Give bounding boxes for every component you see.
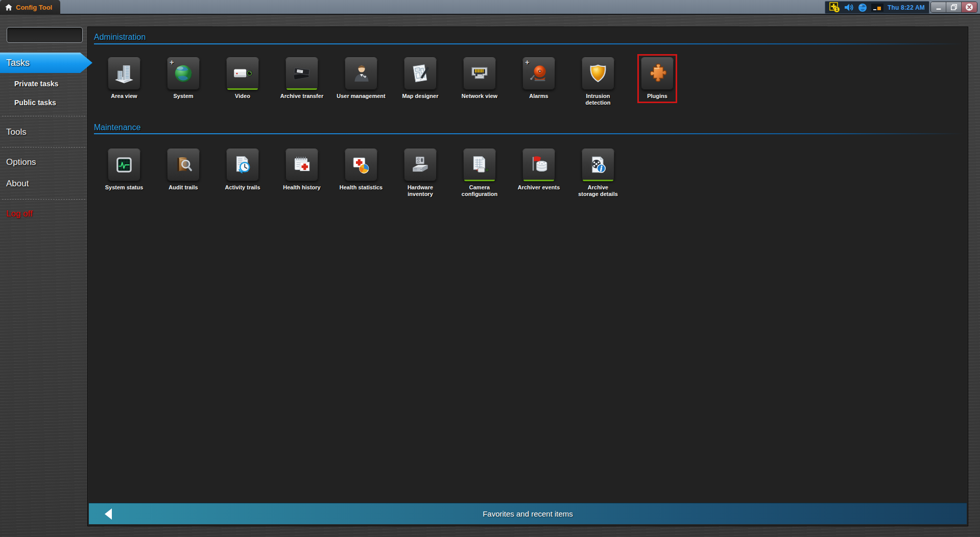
video-unit-strip xyxy=(286,88,317,90)
tile-label: Map designer xyxy=(402,93,439,100)
maintenance-tile-row: System status Audit trails Act xyxy=(94,149,628,198)
task-tile-system[interactable]: + System xyxy=(154,57,213,100)
window-controls xyxy=(930,2,977,13)
task-tile-health-history[interactable]: Health history xyxy=(272,149,331,191)
tile-label: Video xyxy=(235,93,250,100)
tile-label: Health statistics xyxy=(340,184,383,191)
task-tile-camera-configuration[interactable]: Camera configuration xyxy=(450,149,509,198)
task-tile-map-designer[interactable]: Map designer xyxy=(391,57,450,100)
tile-label: Network view xyxy=(462,93,497,100)
cross-piechart-icon xyxy=(350,154,372,176)
tile-label: Activity trails xyxy=(225,184,260,191)
task-tile-system-status[interactable]: System status xyxy=(94,149,154,191)
orange-square-glyph xyxy=(877,7,881,10)
minimize-button[interactable] xyxy=(931,2,946,12)
task-tile-user-management[interactable]: User management xyxy=(331,57,391,100)
tapes-icon xyxy=(291,63,313,84)
restore-icon xyxy=(950,4,958,11)
title-bar: Config Tool 1 Thu 8:22 AM xyxy=(0,0,980,15)
administration-tile-row: Area view + System xyxy=(94,57,687,106)
favorites-bar-label: Favorites and recent items xyxy=(483,509,573,518)
video-unit-strip xyxy=(523,180,554,181)
video-unit-strip xyxy=(464,180,495,181)
task-home-panel: Administration Area view + xyxy=(87,27,968,526)
tile-label: Hardware inventory xyxy=(400,184,440,198)
sidebar-divider xyxy=(2,147,85,148)
restore-button[interactable] xyxy=(946,2,962,12)
badge-count: 1 xyxy=(835,7,838,12)
tile-label: Alarms xyxy=(529,93,548,100)
sidebar-item-options[interactable]: Options xyxy=(6,157,36,167)
sidebar-item-log-off[interactable]: Log off xyxy=(6,209,33,219)
network-globe-icon[interactable] xyxy=(858,3,867,12)
tile-label: System xyxy=(173,93,193,100)
task-tile-health-statistics[interactable]: Health statistics xyxy=(331,149,391,191)
sidebar-item-private-tasks[interactable]: Private tasks xyxy=(14,80,58,88)
storage-info-icon xyxy=(587,154,609,176)
video-camera-icon xyxy=(232,63,253,84)
sidebar-divider xyxy=(2,116,85,116)
tile-label: User management xyxy=(337,93,385,100)
task-tile-video[interactable]: Video xyxy=(213,57,272,100)
task-tile-audit-trails[interactable]: Audit trails xyxy=(154,149,213,191)
puzzle-piece-icon xyxy=(647,63,668,84)
home-icon xyxy=(5,4,12,11)
task-tile-intrusion-detection[interactable]: Intrusion detection xyxy=(568,57,628,106)
search-input[interactable] xyxy=(7,27,83,43)
task-tile-activity-trails[interactable]: Activity trails xyxy=(213,149,272,191)
section-title-administration: Administration xyxy=(94,33,146,42)
flag-database-icon xyxy=(528,154,549,176)
task-tile-plugins[interactable]: Plugins xyxy=(628,57,687,100)
tile-label: Audit trails xyxy=(169,184,198,191)
task-tile-alarms[interactable]: + Alarms xyxy=(509,57,568,100)
system-tray: 1 Thu 8:22 AM xyxy=(825,1,929,14)
camera-sheet-icon xyxy=(469,154,490,176)
tile-label: Camera configuration xyxy=(460,184,499,198)
config-tool-tab[interactable]: Config Tool xyxy=(0,0,60,15)
plus-badge: + xyxy=(525,58,530,66)
ecg-monitor-icon xyxy=(113,154,135,176)
task-tile-network-view[interactable]: Network view xyxy=(450,57,509,100)
task-tile-hardware-inventory[interactable]: Hardware inventory xyxy=(391,149,450,198)
volume-icon[interactable] xyxy=(844,3,854,12)
tile-label: Intrusion detection xyxy=(578,93,618,106)
close-icon xyxy=(965,3,973,11)
book-magnifier-icon xyxy=(173,154,194,176)
tile-label: Archiver events xyxy=(518,184,560,191)
taskbar-item-icon[interactable] xyxy=(871,4,883,12)
task-tile-archiver-events[interactable]: Archiver events xyxy=(509,149,568,191)
tile-label: Archive transfer xyxy=(280,93,323,100)
gold-shield-icon xyxy=(587,63,609,84)
globe-icon xyxy=(173,63,194,84)
task-tile-archive-transfer[interactable]: Archive transfer xyxy=(272,57,331,100)
tile-label: System status xyxy=(105,184,144,191)
calendar-cross-icon xyxy=(291,154,313,176)
close-button[interactable] xyxy=(962,2,977,12)
favorites-recent-bar[interactable]: Favorites and recent items xyxy=(89,503,967,524)
blueprint-pen-icon xyxy=(410,63,431,84)
minimize-icon xyxy=(935,4,942,11)
notification-plus-icon[interactable]: 1 xyxy=(829,2,840,13)
sidebar-item-public-tasks[interactable]: Public tasks xyxy=(14,99,56,107)
video-unit-strip xyxy=(583,180,613,181)
alarm-bell-icon xyxy=(528,63,549,84)
tile-label: Area view xyxy=(111,93,137,100)
task-tile-area-view[interactable]: Area view xyxy=(94,57,154,100)
tile-label: Plugins xyxy=(647,93,667,100)
section-title-maintenance: Maintenance xyxy=(94,123,141,132)
ethernet-port-icon xyxy=(469,63,490,84)
video-unit-strip xyxy=(227,88,258,90)
sidebar-divider xyxy=(2,199,85,200)
task-tile-archive-storage-details[interactable]: Archive storage details xyxy=(568,149,628,198)
collapse-left-arrow-icon[interactable] xyxy=(105,508,112,520)
underscore-glyph xyxy=(873,9,876,10)
buildings-icon xyxy=(113,63,135,84)
sidebar-item-tools[interactable]: Tools xyxy=(6,127,27,137)
plus-badge: + xyxy=(170,58,174,66)
sidebar-item-tasks[interactable]: Tasks xyxy=(0,53,92,73)
hardware-box-icon xyxy=(410,154,431,176)
tile-label: Archive storage details xyxy=(578,184,618,198)
person-icon xyxy=(350,63,372,84)
sidebar-item-about[interactable]: About xyxy=(6,179,29,189)
app-tab-title: Config Tool xyxy=(16,4,52,11)
